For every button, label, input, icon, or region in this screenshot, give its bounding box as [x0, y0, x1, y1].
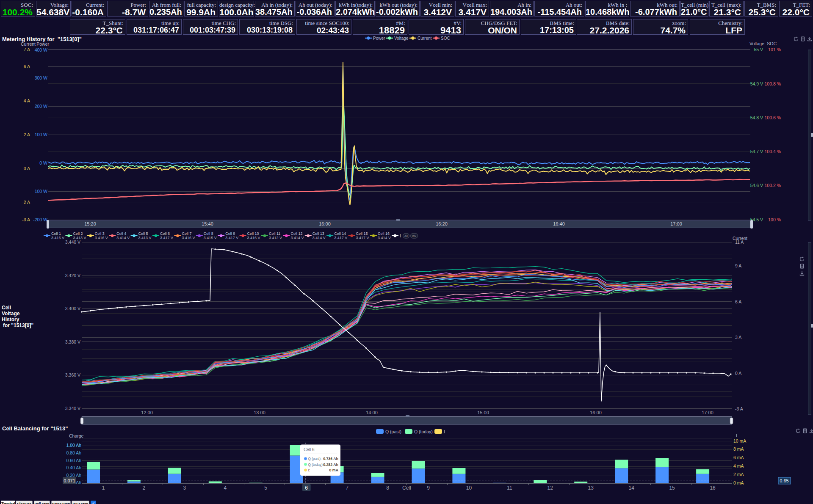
svg-text:0.071: 0.071: [64, 478, 75, 483]
svg-text:100.2 %: 100.2 %: [764, 183, 781, 188]
svg-text:Cell Balancing for "1513": Cell Balancing for "1513": [2, 425, 68, 432]
svg-text:8: 8: [386, 485, 389, 491]
svg-text:3.416 V: 3.416 V: [51, 236, 64, 240]
svg-text:Cell 3: Cell 3: [95, 231, 105, 236]
svg-text:4 mA: 4 mA: [733, 463, 744, 468]
svg-text:3.413 V: 3.413 V: [138, 236, 152, 240]
svg-text:4: 4: [224, 485, 227, 491]
svg-text:55 V: 55 V: [754, 47, 763, 52]
svg-text:SOC: SOC: [767, 41, 777, 46]
svg-text:3.413 V: 3.413 V: [73, 236, 86, 240]
svg-text:0.40 Ah: 0.40 Ah: [66, 465, 81, 470]
svg-text:3.380 V: 3.380 V: [65, 339, 80, 344]
svg-text:Voltage: Voltage: [394, 36, 409, 41]
svg-text:13:00: 13:00: [254, 410, 265, 415]
svg-text:0.20 Ah: 0.20 Ah: [66, 473, 81, 478]
svg-text:Cell: Cell: [402, 485, 411, 491]
svg-text:Cell 8: Cell 8: [204, 231, 213, 236]
svg-text:I: I: [736, 433, 737, 438]
svg-text:0.282 Ah: 0.282 Ah: [323, 463, 338, 467]
svg-text:15:00: 15:00: [477, 410, 489, 415]
svg-text:0.60 Ah: 0.60 Ah: [66, 458, 81, 463]
svg-text:3.360 V: 3.360 V: [65, 372, 80, 377]
svg-text:3.415 V: 3.415 V: [204, 236, 217, 240]
svg-text:6: 6: [305, 485, 308, 491]
svg-text:2: 2: [143, 485, 146, 491]
svg-text:8 mA: 8 mA: [733, 446, 744, 452]
svg-text:Cell 6: Cell 6: [304, 447, 315, 452]
svg-text:History: History: [2, 317, 19, 322]
svg-text:Q (past): Q (past): [385, 429, 401, 434]
svg-text:0 W: 0 W: [39, 160, 47, 165]
svg-text:0.65: 0.65: [780, 478, 788, 483]
svg-text:200 W: 200 W: [35, 104, 47, 109]
svg-text:3.400 V: 3.400 V: [65, 306, 80, 311]
svg-text:100 %: 100 %: [768, 217, 781, 222]
svg-text:6 A: 6 A: [24, 64, 30, 69]
svg-text:Cell 2: Cell 2: [73, 231, 83, 236]
svg-text:Voltage: Voltage: [749, 41, 764, 46]
svg-text:Cell 5: Cell 5: [138, 231, 148, 236]
svg-text:Cell 14: Cell 14: [334, 231, 346, 236]
svg-text:3.416 V: 3.416 V: [95, 236, 108, 240]
svg-text:10: 10: [466, 485, 472, 491]
svg-text:4 A: 4 A: [24, 98, 30, 103]
svg-text:3 A: 3 A: [735, 335, 741, 340]
svg-text:3.416 V: 3.416 V: [182, 236, 195, 240]
svg-text:Cell 1: Cell 1: [51, 231, 61, 236]
svg-text:5: 5: [264, 485, 267, 491]
svg-text:15: 15: [669, 485, 675, 491]
svg-text:16:00: 16:00: [590, 410, 602, 415]
svg-text:-200 W: -200 W: [33, 217, 47, 222]
svg-text:Cell 13: Cell 13: [312, 231, 324, 236]
svg-text:0 A: 0 A: [24, 166, 30, 171]
svg-text:Cell 9: Cell 9: [225, 231, 235, 236]
svg-text:Current: Current: [418, 36, 432, 41]
svg-text:Cell 11: Cell 11: [269, 231, 280, 236]
svg-text:Voltage: Voltage: [2, 311, 20, 317]
svg-text:11: 11: [507, 485, 512, 491]
svg-text:16:20: 16:20: [436, 221, 448, 226]
svg-text:400 W: 400 W: [35, 47, 47, 52]
svg-text:3.340 V: 3.340 V: [65, 406, 80, 411]
svg-text:3.414 V: 3.414 V: [116, 236, 130, 240]
svg-text:Cell 10: Cell 10: [247, 231, 259, 236]
svg-text:0 mA: 0 mA: [733, 480, 744, 485]
svg-text:-2 A: -2 A: [22, 200, 30, 205]
svg-text:0 A: 0 A: [735, 371, 741, 376]
svg-text:3.440 V: 3.440 V: [65, 240, 80, 245]
svg-text:300 W: 300 W: [35, 75, 47, 80]
svg-text:Charge: Charge: [69, 433, 84, 438]
svg-text:2 A: 2 A: [24, 132, 30, 137]
svg-text:Cell 12: Cell 12: [290, 231, 302, 236]
svg-text:100.6 %: 100.6 %: [764, 115, 781, 120]
svg-text:15:20: 15:20: [84, 221, 96, 226]
svg-text:0.80 Ah: 0.80 Ah: [66, 450, 81, 455]
svg-text:3.417 V: 3.417 V: [334, 236, 347, 240]
svg-text:3.414 V: 3.414 V: [378, 236, 391, 240]
svg-text:54.7 V: 54.7 V: [750, 149, 763, 154]
svg-text:12:00: 12:00: [141, 410, 153, 415]
svg-text:7: 7: [346, 485, 348, 491]
svg-text:Inv: Inv: [412, 234, 416, 237]
svg-text:Metering History for "1513[0]: Metering History for "1513[0]": [2, 36, 82, 42]
svg-text:I: I: [400, 234, 401, 238]
svg-text:-3 A: -3 A: [735, 406, 743, 411]
svg-text:-100 W: -100 W: [33, 189, 47, 194]
svg-text:Cell 4: Cell 4: [116, 231, 126, 236]
svg-text:100.8 %: 100.8 %: [764, 81, 781, 86]
svg-text:12: 12: [548, 485, 553, 491]
svg-text:0 mA: 0 mA: [329, 468, 338, 472]
svg-text:100.4 %: 100.4 %: [764, 149, 781, 154]
svg-text:14: 14: [629, 485, 635, 491]
svg-text:SOC: SOC: [441, 36, 450, 41]
svg-text:100 W: 100 W: [35, 132, 47, 137]
svg-text:13: 13: [588, 485, 594, 491]
svg-text:Cell 7: Cell 7: [182, 231, 191, 236]
svg-text:54.8 V: 54.8 V: [750, 115, 763, 120]
svg-text:I:: I:: [308, 468, 310, 472]
svg-text:9: 9: [427, 485, 430, 491]
svg-text:-3 A: -3 A: [22, 217, 30, 222]
svg-text:Q (today):: Q (today):: [308, 463, 324, 467]
svg-text:6 A: 6 A: [735, 299, 741, 304]
